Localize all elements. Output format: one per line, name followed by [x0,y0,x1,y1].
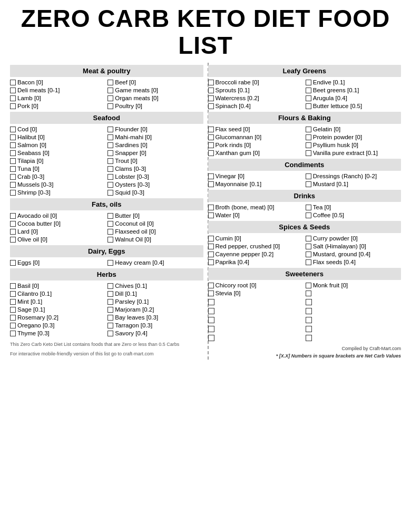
empty-checkbox[interactable] [306,317,312,323]
checkbox[interactable] [208,103,214,109]
checkbox[interactable] [306,244,311,249]
checkbox[interactable] [306,283,311,288]
checkbox[interactable] [208,88,214,93]
empty-checkbox[interactable] [208,326,214,332]
checkbox[interactable] [10,323,16,328]
section-header-leafy: Leafy Greens [208,65,402,77]
checkbox[interactable] [107,331,113,336]
checkbox[interactable] [306,181,311,187]
checkbox[interactable] [107,323,113,328]
footer-line1: This Zero Carb Keto Diet List contains f… [10,341,203,349]
checkbox[interactable] [306,150,311,156]
checkbox[interactable] [107,237,113,243]
checkbox[interactable] [208,150,214,156]
empty-checkbox[interactable] [306,308,312,314]
checkbox[interactable] [107,291,113,297]
checkbox[interactable] [10,88,16,93]
checkbox[interactable] [107,142,113,148]
checkbox[interactable] [107,190,113,196]
checkbox[interactable] [107,103,113,109]
checkbox[interactable] [208,283,214,288]
checkbox[interactable] [208,244,214,249]
checkbox[interactable] [10,307,16,313]
checkbox[interactable] [306,173,311,179]
checkbox[interactable] [107,127,113,132]
checkbox[interactable] [10,283,16,289]
checkbox[interactable] [208,181,214,187]
checkbox[interactable] [107,182,113,188]
checkbox[interactable] [208,205,214,210]
checkbox[interactable] [107,260,113,266]
checkbox[interactable] [10,142,16,148]
checkbox[interactable] [107,88,113,93]
checkbox[interactable] [10,134,16,140]
checkbox[interactable] [10,291,16,297]
checkbox[interactable] [107,221,113,227]
empty-checkbox[interactable] [306,326,312,332]
checkbox[interactable] [10,213,16,219]
checkbox[interactable] [208,236,214,241]
checkbox[interactable] [208,212,214,218]
checkbox[interactable] [306,134,311,140]
checkbox[interactable] [107,229,113,235]
checkbox[interactable] [306,236,311,241]
checkbox[interactable] [10,229,16,235]
checkbox[interactable] [10,331,16,336]
checkbox[interactable] [10,80,16,85]
list-item: Dill [0.1] [107,290,203,297]
checkbox[interactable] [107,158,113,164]
checkbox[interactable] [107,307,113,313]
empty-checkbox[interactable] [208,308,214,314]
checkbox[interactable] [306,252,311,257]
checkbox[interactable] [107,150,113,156]
checkbox[interactable] [10,237,16,243]
empty-checkbox[interactable] [208,299,214,305]
empty-checkbox[interactable] [208,317,214,323]
checkbox[interactable] [10,95,16,101]
checkbox[interactable] [10,190,16,196]
checkbox[interactable] [10,315,16,321]
section-header-herbs: Herbs [10,268,203,280]
checkbox[interactable] [306,80,311,85]
checkbox[interactable] [10,221,16,227]
checkbox[interactable] [10,166,16,172]
checkbox[interactable] [306,95,311,101]
checkbox[interactable] [107,283,113,289]
checkbox[interactable] [10,299,16,305]
checkbox[interactable] [10,127,16,132]
checkbox[interactable] [107,174,113,180]
empty-checkbox[interactable] [306,335,312,341]
checkbox[interactable] [107,166,113,172]
checkbox[interactable] [107,80,113,85]
checkbox[interactable] [107,299,113,305]
checkbox[interactable] [107,315,113,321]
checkbox[interactable] [107,134,113,140]
checkbox[interactable] [208,142,214,148]
empty-checkbox[interactable] [306,299,312,305]
checkbox[interactable] [10,103,16,109]
checkbox[interactable] [107,95,113,101]
checkbox[interactable] [306,259,311,265]
empty-checkbox[interactable] [208,335,214,341]
checkbox[interactable] [306,127,311,132]
checkbox[interactable] [10,182,16,188]
checkbox[interactable] [306,103,311,109]
checkbox[interactable] [107,213,113,219]
checkbox[interactable] [306,142,311,148]
checkbox[interactable] [208,134,214,140]
checkbox[interactable] [10,260,16,266]
checkbox[interactable] [10,174,16,180]
checkbox[interactable] [208,80,214,85]
checkbox[interactable] [208,291,214,296]
checkbox[interactable] [10,158,16,164]
checkbox[interactable] [306,205,311,210]
checkbox[interactable] [208,259,214,265]
checkbox[interactable] [208,173,214,179]
checkbox[interactable] [208,95,214,101]
checkbox[interactable] [306,88,311,93]
checkbox[interactable] [306,212,311,218]
checkbox[interactable] [10,150,16,156]
checkbox[interactable] [306,291,311,296]
checkbox[interactable] [208,127,214,132]
checkbox[interactable] [208,252,214,257]
